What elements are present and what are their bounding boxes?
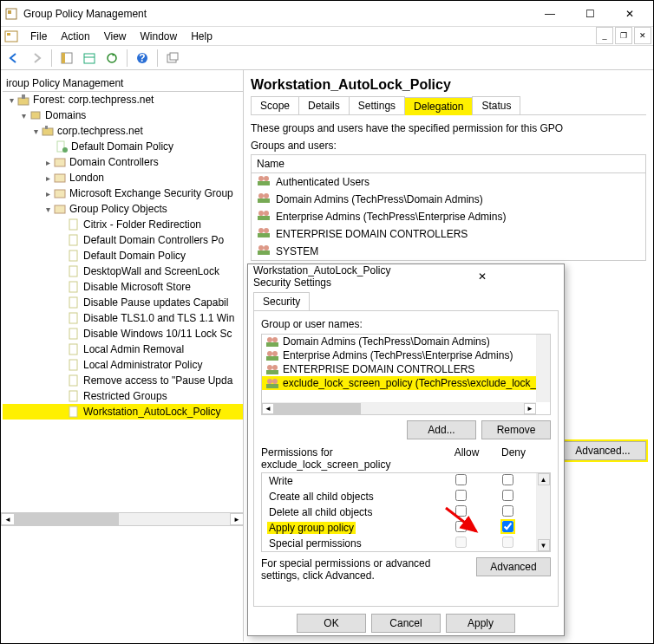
cancel-button[interactable]: Cancel <box>371 614 441 633</box>
gpo-title: Workstation_AutoLock_Policy <box>251 77 646 93</box>
group-icon <box>257 244 271 258</box>
tree-gpo-item[interactable]: Disable Windows 10/11 Lock Sc <box>3 326 243 342</box>
tab-scope[interactable]: Scope <box>251 96 299 114</box>
tree-gpo-item[interactable]: Disable Pause updates Capabil <box>3 295 243 310</box>
tree-domains[interactable]: ▾ Domains <box>3 107 243 123</box>
perm-vertical-scroll[interactable]: ▲▼ <box>536 473 550 551</box>
allow-delete-checkbox[interactable] <box>455 505 467 517</box>
tree-node[interactable]: ▸London <box>3 170 243 185</box>
window-maximize-button[interactable]: ☐ <box>570 1 610 27</box>
tree-gpo-item[interactable]: Default Domain Policy <box>3 248 243 263</box>
expand-icon[interactable]: ▾ <box>18 111 29 120</box>
folder-icon <box>53 202 67 216</box>
apply-button[interactable]: Apply <box>446 614 515 633</box>
tab-settings[interactable]: Settings <box>349 96 405 114</box>
toolbar-back-button[interactable] <box>4 49 23 68</box>
dialog-tab-security[interactable]: Security <box>253 292 310 310</box>
menu-action[interactable]: Action <box>54 29 96 44</box>
list-row[interactable]: Authenticated Users <box>252 173 645 191</box>
group-row[interactable]: Domain Admins (TechPress\Domain Admins) <box>262 335 550 348</box>
tree-gpo-container[interactable]: ▾Group Policy Objects <box>3 201 243 217</box>
tree-gpo-item[interactable]: Restricted Groups <box>3 388 243 404</box>
menu-help[interactable]: Help <box>184 29 219 44</box>
scroll-left-button[interactable]: ◄ <box>1 513 15 525</box>
remove-button[interactable]: Remove <box>481 420 551 439</box>
group-row-selected[interactable]: exclude_lock_screen_policy (TechPress\ex… <box>262 376 550 390</box>
deny-create-checkbox[interactable] <box>502 490 513 501</box>
mdi-close-button[interactable]: ✕ <box>634 27 651 44</box>
mdi-restore-button[interactable]: ❐ <box>615 27 632 44</box>
list-row[interactable]: Enterprise Admins (TechPress\Enterprise … <box>252 208 645 225</box>
group-row[interactable]: ENTERPRISE DOMAIN CONTROLLERS <box>262 362 550 376</box>
deny-write-checkbox[interactable] <box>502 474 513 485</box>
groups-list[interactable]: Name Authenticated Users Domain Admins (… <box>251 154 646 261</box>
tree-node[interactable]: ▸Microsoft Exchange Security Group <box>3 185 243 201</box>
gpo-icon <box>67 249 81 263</box>
tree-gpo-item[interactable]: Citrix - Folder Redirection <box>3 217 243 232</box>
tree-gpo-item[interactable]: Disable TLS1.0 and TLS 1.1 Win <box>3 310 243 326</box>
tab-details[interactable]: Details <box>298 96 350 114</box>
tree-gpo-item[interactable]: Local Admin Removal <box>3 342 243 357</box>
group-icon <box>265 350 279 361</box>
window-minimize-button[interactable]: — <box>530 1 570 27</box>
tree-gpo-item-selected[interactable]: Workstation_AutoLock_Policy <box>3 404 243 420</box>
scroll-right-button[interactable]: ► <box>230 513 244 525</box>
toolbar-help-button[interactable]: ? <box>133 49 152 68</box>
tab-status[interactable]: Status <box>472 96 520 114</box>
group-list-vertical-scroll[interactable] <box>536 335 550 402</box>
security-dialog: Workstation_AutoLock_Policy Security Set… <box>247 263 565 636</box>
expand-icon[interactable]: ▸ <box>43 189 53 198</box>
gpo-icon <box>67 280 81 294</box>
toolbar: ? <box>1 46 653 70</box>
tree-header: iroup Policy Management <box>3 75 243 92</box>
mdi-minimize-button[interactable]: _ <box>596 27 613 44</box>
advanced-button[interactable]: Advanced... <box>559 441 646 460</box>
deny-delete-checkbox[interactable] <box>502 505 513 517</box>
ou-icon <box>53 186 67 200</box>
ok-button[interactable]: OK <box>297 614 366 633</box>
menu-view[interactable]: View <box>97 29 134 44</box>
tree-node[interactable]: Default Domain Policy <box>3 139 243 154</box>
list-row[interactable]: SYSTEM <box>252 243 645 260</box>
expand-icon[interactable]: ▸ <box>43 173 53 183</box>
toolbar-folders-button[interactable] <box>80 49 99 68</box>
tab-delegation[interactable]: Delegation <box>404 97 473 115</box>
tree-gpo-item[interactable]: Local Administrator Policy <box>3 357 243 373</box>
expand-icon[interactable]: ▾ <box>43 205 53 214</box>
allow-apply-group-policy-checkbox[interactable] <box>455 521 467 532</box>
svg-rect-60 <box>266 370 278 374</box>
list-header-name[interactable]: Name <box>252 155 645 173</box>
allow-create-checkbox[interactable] <box>455 490 467 501</box>
expand-icon[interactable]: ▸ <box>43 158 53 167</box>
dialog-advanced-button[interactable]: Advanced <box>476 557 551 576</box>
list-row[interactable]: ENTERPRISE DOMAIN CONTROLLERS <box>252 225 645 243</box>
expand-icon[interactable]: ▾ <box>30 127 41 136</box>
gpo-icon <box>67 218 81 231</box>
toolbar-refresh-button[interactable] <box>102 49 121 68</box>
tree-gpo-item[interactable]: Default Domain Controllers Po <box>3 232 243 248</box>
allow-write-checkbox[interactable] <box>455 474 467 485</box>
expand-icon[interactable]: ▾ <box>6 95 16 105</box>
tree-forest[interactable]: ▾ Forest: corp.techpress.net <box>3 92 243 107</box>
toolbar-show-hide-tree-button[interactable] <box>57 49 76 68</box>
menu-window[interactable]: Window <box>134 29 185 44</box>
tree-horizontal-scrollbar[interactable]: ◄ ► <box>1 512 244 526</box>
toolbar-new-window-button[interactable] <box>163 49 182 68</box>
group-user-list[interactable]: Domain Admins (TechPress\Domain Admins) … <box>261 334 551 415</box>
group-list-horizontal-scroll[interactable]: ◄► <box>262 402 536 414</box>
group-row[interactable]: Enterprise Admins (TechPress\Enterprise … <box>262 348 550 362</box>
tree-domain[interactable]: ▾ corp.techpress.net <box>3 123 243 139</box>
toolbar-forward-button[interactable] <box>27 49 46 68</box>
scroll-thumb[interactable] <box>15 513 119 525</box>
tree-gpo-item[interactable]: Remove access to "Pause Upda <box>3 373 243 388</box>
list-row[interactable]: Domain Admins (TechPress\Domain Admins) <box>252 191 645 208</box>
tree-gpo-item[interactable]: Disable Microsoft Store <box>3 279 243 295</box>
menu-file[interactable]: File <box>23 29 54 44</box>
dialog-title: Workstation_AutoLock_Policy Security Set… <box>253 264 406 289</box>
tree-gpo-item[interactable]: DesktopWall and ScreenLock <box>3 263 243 279</box>
add-button[interactable]: Add... <box>407 420 476 439</box>
deny-apply-group-policy-checkbox[interactable] <box>502 521 513 532</box>
window-close-button[interactable]: ✕ <box>610 1 650 27</box>
dialog-close-button[interactable]: ✕ <box>406 270 559 283</box>
tree-node[interactable]: ▸Domain Controllers <box>3 154 243 170</box>
